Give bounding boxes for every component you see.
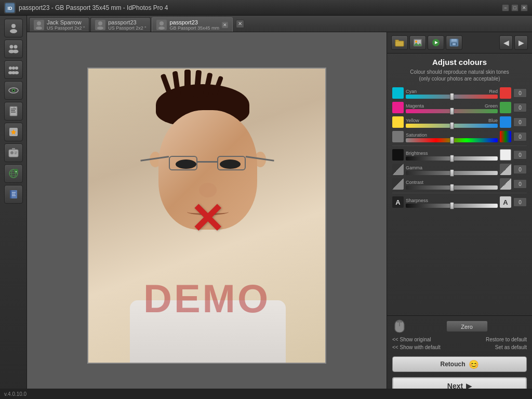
brightness-thumb[interactable] xyxy=(450,155,454,162)
sharpness-label: Sharpness xyxy=(406,198,428,203)
nav-prev-button[interactable]: ◀ xyxy=(499,35,513,50)
sidebar-item-person-badge[interactable] xyxy=(4,143,23,162)
titlebar: ID passport23 - GB Passport 35x45 mm - I… xyxy=(0,0,532,16)
play-button[interactable] xyxy=(428,35,444,50)
tab-3-close-button[interactable]: ✕ xyxy=(222,22,228,28)
sidebar-item-star[interactable] xyxy=(4,123,23,141)
cyan-red-track[interactable] xyxy=(406,95,498,99)
gamma-slider-container: Gamma xyxy=(406,164,498,175)
open-folder-button[interactable] xyxy=(391,35,408,50)
tab-bar: Jack Sparrow US Passport 2x2 " passport2… xyxy=(27,16,532,32)
tab-3-avatar xyxy=(156,20,167,30)
divider-1 xyxy=(392,145,527,146)
minimize-button[interactable]: − xyxy=(502,4,509,11)
red-swatch xyxy=(500,87,511,99)
svg-rect-53 xyxy=(451,39,457,42)
sidebar-item-globe[interactable]: + xyxy=(4,164,23,183)
svg-rect-19 xyxy=(11,110,15,111)
contrast-thumb[interactable] xyxy=(450,184,454,191)
magenta-green-thumb[interactable] xyxy=(450,108,454,115)
show-default-link[interactable]: << Show with default xyxy=(392,344,441,350)
image-tool-button[interactable] xyxy=(409,35,426,50)
svg-point-24 xyxy=(10,151,14,154)
svg-rect-46 xyxy=(395,41,404,46)
sidebar-item-person[interactable] xyxy=(4,19,23,37)
sharpness-slider-container: Sharpness xyxy=(406,196,498,208)
version-label: v.4.0.10.0 xyxy=(4,391,26,397)
contrast-value: 0 xyxy=(513,179,527,189)
show-original-link[interactable]: << Show original xyxy=(392,337,431,342)
saturation-label: Saturation xyxy=(406,132,427,138)
contrast-track[interactable] xyxy=(406,185,498,190)
gamma-thumb[interactable] xyxy=(450,169,454,177)
svg-point-4 xyxy=(9,45,13,49)
magenta-swatch xyxy=(392,102,404,113)
svg-point-41 xyxy=(36,26,42,30)
contrast-slider-row: Contrast 0 xyxy=(392,178,527,190)
nav-next-button[interactable]: ▶ xyxy=(514,35,528,50)
magenta-green-track[interactable] xyxy=(406,109,498,113)
demo-watermark: DEMO xyxy=(143,276,270,321)
blue-label: Blue xyxy=(488,118,498,123)
adjust-section: Adjust colours Colour should reproduce n… xyxy=(387,54,532,315)
svg-point-3 xyxy=(10,29,17,33)
tab-2[interactable]: passport23 US Passport 2x2 " xyxy=(90,17,151,32)
svg-point-42 xyxy=(98,21,102,25)
close-button[interactable]: ✕ xyxy=(521,4,528,11)
svg-point-45 xyxy=(158,26,165,30)
sidebar-item-book[interactable] xyxy=(4,185,23,204)
brightness-value: 0 xyxy=(513,150,527,159)
yellow-blue-thumb[interactable] xyxy=(450,122,454,129)
brightness-track[interactable] xyxy=(406,156,498,161)
magenta-green-slider-container: Magenta Green xyxy=(406,102,498,113)
sidebar-item-group[interactable] xyxy=(4,39,23,58)
yellow-blue-slider-row: Yellow Blue 0 xyxy=(392,116,527,128)
svg-point-16 xyxy=(12,90,14,91)
brightness-right-swatch xyxy=(500,149,511,161)
svg-rect-25 xyxy=(15,152,17,153)
titlebar-left: ID passport23 - GB Passport 35x45 mm - I… xyxy=(4,2,168,14)
sharpness-thumb[interactable] xyxy=(450,202,454,209)
magenta-green-slider-row: Magenta Green 0 xyxy=(392,102,527,113)
bottom-controls: Zero << Show original Restore to default… xyxy=(387,315,532,353)
svg-rect-26 xyxy=(15,153,17,154)
svg-point-7 xyxy=(12,50,18,54)
svg-point-40 xyxy=(37,21,41,25)
green-swatch xyxy=(500,102,511,113)
saturation-thumb[interactable] xyxy=(450,137,454,144)
blue-swatch xyxy=(500,116,511,128)
set-default-link[interactable]: Set as default xyxy=(495,344,527,350)
gamma-track[interactable] xyxy=(406,171,498,175)
tab-3[interactable]: passport23 GB Passport 35x45 mm ✕ xyxy=(152,17,233,32)
photo-panel: ✕ DEMO xyxy=(27,32,387,399)
save-button[interactable] xyxy=(446,35,462,50)
gamma-left-swatch xyxy=(392,164,404,175)
brightness-slider-container: Brightness xyxy=(406,149,498,161)
yellow-blue-track[interactable] xyxy=(406,124,498,128)
saturation-track[interactable] xyxy=(406,138,498,142)
sharpness-track[interactable] xyxy=(406,204,498,208)
cyan-red-thumb[interactable] xyxy=(450,93,454,100)
yellow-label: Yellow xyxy=(406,118,419,123)
zero-button[interactable]: Zero xyxy=(446,321,488,332)
window-title: passport23 - GB Passport 35x45 mm - IdPh… xyxy=(19,4,168,11)
svg-rect-37 xyxy=(12,192,16,193)
close-all-tabs-button[interactable]: ✕ xyxy=(236,20,244,28)
action-row-2: << Show with default Set as default xyxy=(392,344,527,350)
green-label: Green xyxy=(485,103,498,109)
yellow-blue-slider-container: Yellow Blue xyxy=(406,116,498,128)
adjust-colours-subtitle: Colour should reproduce natural skin ton… xyxy=(392,69,527,82)
svg-point-2 xyxy=(11,24,16,28)
sidebar-item-document[interactable] xyxy=(4,102,23,121)
right-tool-group xyxy=(391,35,462,50)
tab-1[interactable]: Jack Sparrow US Passport 2x2 " xyxy=(29,17,89,32)
retouch-button[interactable]: Retouch 😊 xyxy=(392,356,527,372)
maximize-button[interactable]: □ xyxy=(511,4,518,11)
main-layout: + Jack Sparrow US Passport 2x2 " xyxy=(0,16,532,399)
contrast-slider-container: Contrast xyxy=(406,178,498,190)
yellow-swatch xyxy=(392,116,404,128)
svg-rect-55 xyxy=(453,43,456,45)
restore-default-link[interactable]: Restore to default xyxy=(486,337,527,342)
sidebar-item-eye[interactable] xyxy=(4,81,23,100)
sidebar-item-group2[interactable] xyxy=(4,60,23,79)
